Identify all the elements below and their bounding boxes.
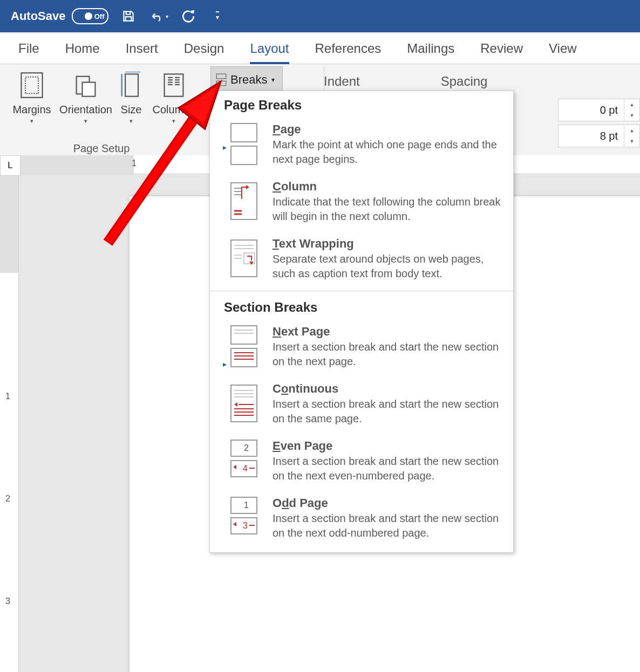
redo-icon <box>181 9 195 23</box>
svg-text:3: 3 <box>243 521 248 530</box>
size-icon <box>119 70 143 101</box>
undo-icon <box>150 10 165 23</box>
tab-mailings[interactable]: Mailings <box>394 35 467 64</box>
svg-text:4: 4 <box>243 464 248 473</box>
menu-separator <box>210 291 513 291</box>
chevron-down-icon: ▾ <box>84 118 87 125</box>
columns-button[interactable]: Columns ▾ <box>152 66 195 125</box>
ribbon-tabs: File Home Insert Design Layout Reference… <box>0 32 640 64</box>
save-icon <box>121 9 135 23</box>
svg-rect-3 <box>82 83 95 97</box>
break-column-title: Column <box>273 180 503 194</box>
tab-references[interactable]: References <box>302 35 394 64</box>
svg-rect-16 <box>216 74 226 79</box>
title-bar: AutoSave Off ▾ ▾ <box>0 0 640 32</box>
spacing-before-input[interactable]: 0 pt ▲▼ <box>558 99 640 121</box>
spacing-after-input[interactable]: 8 pt ▲▼ <box>558 125 640 147</box>
spacing-label: Spacing <box>441 64 488 89</box>
indicator-icon: ▸ <box>223 143 227 152</box>
svg-rect-17 <box>216 81 226 86</box>
break-next-page-item[interactable]: ▸ Next Page Insert a section break and s… <box>210 319 513 376</box>
breaks-button[interactable]: Breaks ▾ <box>210 66 283 93</box>
break-next-page-desc: Insert a section break and start the new… <box>273 340 503 369</box>
page-setup-group: Margins ▾ Orientation ▾ Size ▾ <box>5 66 198 158</box>
odd-page-icon: 13 <box>227 496 261 538</box>
break-continuous-desc: Insert a section break and start the new… <box>273 397 503 426</box>
margins-icon <box>20 70 44 101</box>
break-text-wrapping-title: Text Wrapping <box>273 237 503 251</box>
autosave-toggle[interactable]: Off <box>72 8 108 24</box>
svg-rect-4 <box>125 74 138 96</box>
orientation-button[interactable]: Orientation ▾ <box>62 66 110 125</box>
autosave-state: Off <box>94 12 105 20</box>
size-button[interactable]: Size ▾ <box>115 66 147 125</box>
break-even-page-title: Even Page <box>273 439 503 453</box>
svg-marker-26 <box>246 185 249 189</box>
indicator-icon: ▸ <box>223 360 227 368</box>
even-page-icon: 24 <box>227 439 261 481</box>
break-page-title: Page <box>273 122 503 136</box>
tab-design[interactable]: Design <box>171 35 237 64</box>
column-break-icon <box>227 180 261 222</box>
page-breaks-heading: Page Breaks <box>210 91 513 117</box>
svg-marker-45 <box>234 402 237 407</box>
chevron-down-icon: ▾ <box>271 76 275 84</box>
indent-label: Indent <box>324 64 360 89</box>
breaks-dropdown: Page Breaks ▸ Page Mark the point at whi… <box>209 91 514 553</box>
toggle-dot-icon <box>85 12 92 20</box>
svg-text:2: 2 <box>244 443 249 452</box>
svg-text:1: 1 <box>244 500 249 510</box>
svg-rect-34 <box>231 326 257 344</box>
vertical-ruler[interactable]: 1 2 3 <box>0 176 19 672</box>
redo-button[interactable] <box>179 7 198 25</box>
svg-marker-59 <box>233 522 236 526</box>
continuous-icon <box>227 382 261 424</box>
orientation-icon <box>74 70 98 101</box>
group-title-page-setup: Page Setup <box>73 142 130 155</box>
breaks-label: Breaks <box>230 73 267 87</box>
breaks-icon <box>215 73 227 86</box>
break-continuous-title: Continuous <box>273 382 503 396</box>
chevron-down-icon: ▾ <box>172 118 175 125</box>
svg-marker-53 <box>233 465 236 469</box>
tab-insert[interactable]: Insert <box>113 35 171 64</box>
customize-qat-button[interactable]: ▾ <box>208 7 227 25</box>
break-even-page-item[interactable]: 24 Even Page Insert a section break and … <box>210 434 513 491</box>
break-continuous-item[interactable]: Continuous Insert a section break and st… <box>210 376 513 434</box>
tab-layout[interactable]: Layout <box>237 35 302 64</box>
margins-button[interactable]: Margins ▾ <box>8 66 56 125</box>
tab-selector[interactable]: L <box>0 155 21 176</box>
break-even-page-desc: Insert a section break and start the new… <box>273 454 503 483</box>
tab-file[interactable]: File <box>5 35 52 64</box>
break-text-wrapping-desc: Separate text around objects on web page… <box>273 252 503 281</box>
break-column-item[interactable]: Column Indicate that the text following … <box>210 174 513 231</box>
autosave-label: AutoSave <box>11 9 65 23</box>
section-breaks-heading: Section Breaks <box>210 293 513 319</box>
tab-review[interactable]: Review <box>467 35 536 64</box>
svg-rect-37 <box>231 348 257 367</box>
undo-dropdown-icon[interactable]: ▾ <box>166 13 168 19</box>
svg-rect-19 <box>231 146 257 164</box>
break-page-item[interactable]: ▸ Page Mark the point at which one page … <box>210 117 513 174</box>
break-page-desc: Mark the point at which one page ends an… <box>273 138 503 167</box>
break-next-page-title: Next Page <box>273 325 503 339</box>
undo-button[interactable] <box>148 7 167 25</box>
svg-rect-1 <box>25 77 38 93</box>
autosave-control[interactable]: AutoSave Off <box>11 8 108 24</box>
columns-icon <box>162 70 186 101</box>
svg-marker-33 <box>249 262 254 265</box>
spacing-spinners: 0 pt ▲▼ 8 pt ▲▼ <box>558 99 640 147</box>
spinner-arrows[interactable]: ▲▼ <box>624 125 639 147</box>
break-odd-page-item[interactable]: 13 Odd Page Insert a section break and s… <box>210 491 513 548</box>
svg-rect-18 <box>231 124 257 142</box>
save-button[interactable] <box>119 7 138 25</box>
spacing-before-value: 0 pt <box>600 104 618 116</box>
tab-view[interactable]: View <box>536 35 590 64</box>
chevron-down-icon: ▾ <box>130 118 133 125</box>
page-break-icon <box>227 122 261 164</box>
break-column-desc: Indicate that the text following the col… <box>273 195 503 224</box>
spinner-arrows[interactable]: ▲▼ <box>624 99 639 121</box>
spacing-after-value: 8 pt <box>600 130 618 142</box>
break-text-wrapping-item[interactable]: Text Wrapping Separate text around objec… <box>210 231 513 289</box>
tab-home[interactable]: Home <box>52 35 113 64</box>
